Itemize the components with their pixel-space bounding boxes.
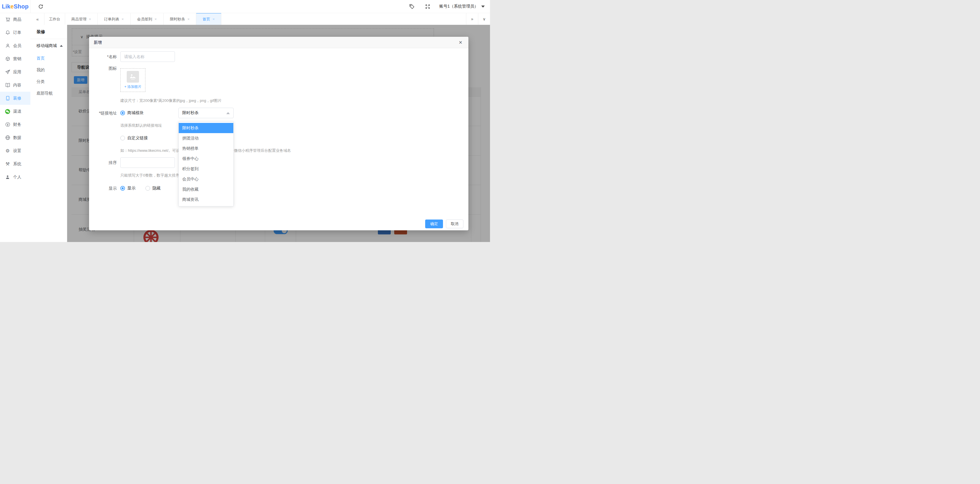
decorate-submenu: 装修 移动端商城 首页 我的 分类 底部导航 [30,25,67,242]
bell-icon [5,30,10,35]
name-input[interactable] [120,51,175,62]
select-value: 限时秒杀 [182,110,199,116]
tabs-collapse-icon[interactable]: « [30,13,45,25]
app-root: LikeShop 账号1（系统管理员） « 工作台 商品管理 × [0,0,490,242]
sidebar-label: 设置 [13,148,21,154]
book-icon [5,83,10,88]
radio-unchecked-icon[interactable] [145,186,150,190]
refresh-icon[interactable] [37,2,45,11]
close-icon[interactable]: × [188,17,190,21]
sidebar-item-members[interactable]: 会员 [0,39,30,52]
sidebar-label: 商品 [13,17,21,22]
radio-unchecked-icon[interactable] [120,136,125,140]
gear-icon: ⚙ [5,148,10,154]
icon-label: 图标 [89,66,117,71]
sidebar-item-finance[interactable]: 财务 [0,118,30,131]
add-image-link[interactable]: + 添加图片 [124,84,142,89]
link-select[interactable]: 限时秒杀 [178,108,234,118]
sidebar-item-system[interactable]: ⚒ 系统 [0,157,30,170]
tab-label: 会员签到 [137,17,152,22]
sidebar-item-profile[interactable]: 个人 [0,170,30,184]
confirm-button[interactable]: 确定 [425,219,443,228]
person-icon [5,175,10,180]
mall-module-radio[interactable]: 商城模块 [120,110,144,116]
submenu-group-label: 移动端商城 [37,43,57,48]
cancel-button[interactable]: 取消 [446,219,463,228]
tab-label: 工作台 [49,17,60,22]
link-label: *链接地址 [89,111,117,116]
close-icon[interactable]: × [154,17,157,21]
link-select-dropdown: 限时秒杀 拼团活动 热销榜单 领券中心 积分签到 会员中心 我的收藏 商城资讯 [178,121,234,206]
hide-radio[interactable]: 隐藏 [145,186,161,191]
submenu-item-category[interactable]: 分类 [30,76,67,87]
submenu-item-home[interactable]: 首页 [30,52,67,64]
close-icon[interactable]: × [89,17,91,21]
sidebar-item-settings[interactable]: ⚙ 设置 [0,144,30,157]
tab-label: 首页 [203,17,210,22]
caret-up-icon [60,45,63,47]
close-icon[interactable]: × [457,38,464,46]
logo[interactable]: LikeShop [0,0,31,13]
tab-member-signin[interactable]: 会员签到 × [130,13,164,25]
close-icon[interactable]: × [121,17,124,21]
user-icon [5,43,10,48]
yen-circle-icon [5,122,10,127]
icon-size-hint: 建议尺寸：宽200像素*高200像素的jpg，jpeg，png，gif图片 [120,98,222,103]
fullscreen-icon[interactable] [423,2,431,11]
tab-flash-sale[interactable]: 限时秒杀 × [164,13,196,25]
radio-checked-icon[interactable] [120,111,125,115]
dialog-title: 新增 [89,37,468,48]
tools-icon: ⚒ [5,162,10,167]
sidebar-item-marketing[interactable]: 营销 [0,52,30,65]
show-label: 显示 [89,186,117,191]
caret-up-icon [226,112,230,114]
dropdown-option[interactable]: 商城资讯 [179,194,233,205]
dropdown-option[interactable]: 热销榜单 [179,143,233,154]
paper-plane-icon [5,70,10,75]
sidebar-label: 应用 [13,70,21,75]
tab-label: 商品管理 [71,17,86,22]
close-icon[interactable]: × [213,17,215,21]
sidebar-label: 个人 [13,175,21,180]
sidebar-item-orders[interactable]: 订单 [0,26,30,39]
submenu-title: 装修 [30,25,67,39]
radio-checked-icon[interactable] [120,186,125,190]
dropdown-option[interactable]: 积分签到 [179,164,233,174]
tabs-menu-icon[interactable]: ∨ [478,13,490,25]
sidebar-label: 订单 [13,30,21,35]
tag-icon[interactable] [408,2,416,11]
submenu-item-bottom-nav[interactable]: 底部导航 [30,87,67,99]
top-header: LikeShop 账号1（系统管理员） [0,0,490,13]
dropdown-option[interactable]: 拼团活动 [179,133,233,143]
tab-home-active[interactable]: 首页 × [196,13,221,25]
custom-link-label: 自定义链接 [127,135,148,141]
sidebar-label: 渠道 [13,109,21,114]
sidebar-item-data[interactable]: 数据 [0,131,30,144]
tabs-scroll-right-icon[interactable]: » [466,13,478,25]
sidebar-label: 营销 [13,56,21,62]
cart-icon [5,17,10,22]
submenu-group-mobile-mall[interactable]: 移动端商城 [30,39,67,52]
custom-link-radio[interactable]: 自定义链接 [120,135,148,141]
dropdown-option[interactable]: 领券中心 [179,154,233,164]
sidebar-item-decorate[interactable]: 装修 [0,92,30,105]
sort-input[interactable] [120,157,175,168]
tab-workbench[interactable]: 工作台 [45,13,65,25]
image-placeholder-icon [127,71,139,83]
sidebar-item-content[interactable]: 内容 [0,79,30,92]
tab-order-list[interactable]: 订单列表 × [97,13,130,25]
show-option-label: 显示 [127,186,135,191]
show-radio[interactable]: 显示 [120,186,135,191]
dropdown-option[interactable]: 会员中心 [179,174,233,184]
sidebar-item-goods[interactable]: 商品 [0,13,30,26]
tab-goods-manage[interactable]: 商品管理 × [65,13,97,25]
sidebar-item-apps[interactable]: 应用 [0,65,30,79]
header-right: 账号1（系统管理员） [408,2,490,11]
submenu-item-mine[interactable]: 我的 [30,64,67,76]
dropdown-option[interactable]: 我的收藏 [179,184,233,194]
image-upload-box[interactable]: + 添加图片 [120,68,145,92]
account-menu[interactable]: 账号1（系统管理员） [439,4,485,9]
sidebar-item-channel[interactable]: 渠道 [0,105,30,118]
sidebar-label: 系统 [13,162,21,167]
dropdown-option-selected[interactable]: 限时秒杀 [179,123,233,133]
